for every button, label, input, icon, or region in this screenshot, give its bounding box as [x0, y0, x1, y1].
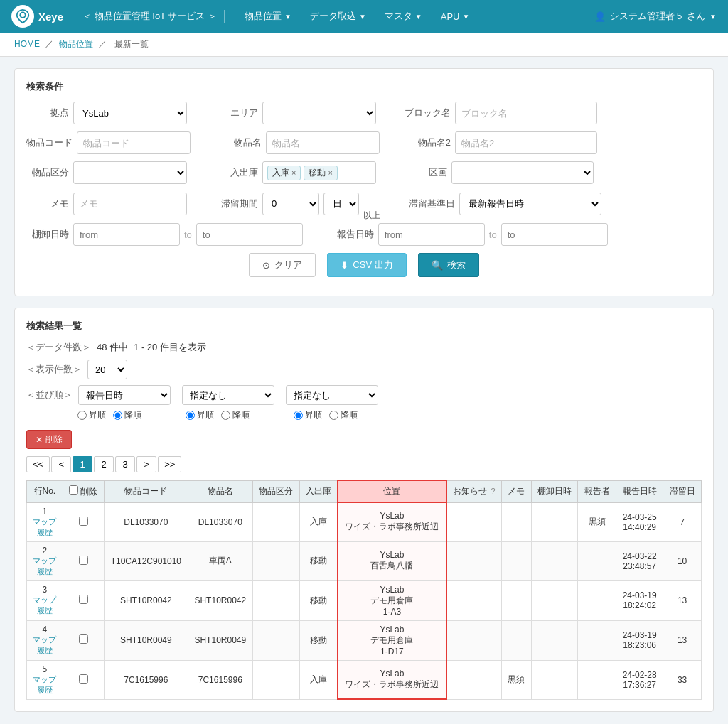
row-checkbox[interactable] [79, 674, 88, 684]
breadcrumb-item-position[interactable]: 物品位置 [59, 39, 93, 49]
stay-base-select[interactable]: 最新報告日時 [459, 193, 601, 215]
sort-select-3[interactable]: 指定なし [286, 385, 378, 405]
item-code-input[interactable] [77, 131, 191, 154]
row-number: 3 [33, 585, 57, 595]
sort-select-1[interactable]: 報告日時 [78, 385, 171, 405]
map-link[interactable]: マップ [33, 556, 57, 566]
sort1-asc-radio[interactable] [77, 411, 87, 420]
sort3-desc-label[interactable]: 降順 [329, 409, 358, 421]
shelf-to-input[interactable] [196, 223, 303, 246]
report-to-label: to [489, 229, 497, 240]
col-delete: 削除 [63, 480, 104, 502]
map-link[interactable]: マップ [33, 634, 57, 645]
page-next-button[interactable]: > [136, 456, 156, 472]
stay-select[interactable]: 0 1 7 14 30 [262, 193, 319, 215]
cell-position: YsLab デモ用倉庫1-D17 [338, 620, 446, 660]
page-prev-button[interactable]: < [51, 456, 71, 472]
row-checkbox[interactable] [79, 556, 88, 565]
inout-tag-2-remove[interactable]: × [328, 168, 332, 177]
cell-report-date: 24-02-2817:36:27 [616, 660, 663, 699]
page-1-button[interactable]: 1 [73, 456, 92, 472]
chevron-down-icon: ▼ [710, 13, 717, 21]
shelf-from-input[interactable] [73, 223, 180, 246]
cell-shelf-date [531, 502, 578, 541]
sort1-desc-radio[interactable] [113, 411, 122, 420]
row-checkbox[interactable] [79, 595, 88, 604]
map-link[interactable]: マップ [33, 595, 57, 605]
report-date-label: 報告日時 [331, 228, 374, 241]
shelf-to-label: to [184, 229, 192, 240]
page-3-button[interactable]: 3 [115, 456, 135, 472]
notice-help-icon[interactable]: ? [491, 487, 495, 495]
cell-rowno: 5 マップ 履歴 [27, 660, 63, 699]
cell-item-code: SHT10R0042 [104, 580, 188, 620]
cell-notice [446, 620, 502, 660]
stay-unit-select[interactable]: 日 週 月 [323, 193, 359, 215]
page-2-button[interactable]: 2 [94, 456, 114, 472]
page-last-button[interactable]: >> [158, 456, 181, 472]
history-link[interactable]: 履歴 [33, 527, 57, 538]
table-body: 1 マップ 履歴DL1033070DL1033070入庫YsLab ワイズ・ラボ… [27, 502, 702, 699]
user-menu[interactable]: 👤 システム管理者５ さん ▼ [594, 10, 717, 23]
display-count-select[interactable]: 20 50 100 [87, 360, 127, 379]
map-link[interactable]: マップ [33, 674, 57, 685]
row-checkbox[interactable] [79, 634, 88, 644]
search-button[interactable]: 🔍 検索 [418, 253, 479, 277]
clear-button[interactable]: ⊙ クリア [249, 253, 316, 277]
cell-item-name: 車両A [188, 541, 252, 580]
history-link[interactable]: 履歴 [33, 645, 57, 656]
report-to-input[interactable] [501, 223, 608, 246]
sort2-asc-label[interactable]: 昇順 [186, 409, 214, 421]
location-select[interactable]: YsLab [73, 102, 187, 124]
sort3-desc-radio[interactable] [329, 411, 338, 420]
delete-button[interactable]: ✕ 削除 [26, 430, 72, 449]
cell-stay: 7 [663, 502, 702, 541]
sort2-asc-radio[interactable] [186, 411, 195, 420]
category-select[interactable] [73, 161, 187, 184]
sort1-desc-label[interactable]: 降順 [113, 409, 141, 421]
inout-tag-2: 移動 × [304, 166, 337, 180]
report-date-value: 24-02-28 [622, 670, 657, 680]
select-all-checkbox[interactable] [69, 485, 78, 495]
position-line3: 1-D17 [344, 647, 439, 657]
kubun-cell: 区画 [405, 161, 594, 184]
row-checkbox[interactable] [79, 517, 88, 526]
cell-reporter [578, 620, 616, 660]
block-input[interactable] [455, 102, 597, 124]
breadcrumb-home[interactable]: HOME [14, 39, 40, 49]
nav-item-data-import[interactable]: データ取込 ▼ [301, 0, 375, 33]
sort2-desc-label[interactable]: 降順 [221, 409, 250, 421]
sort1-asc-label[interactable]: 昇順 [77, 409, 106, 421]
sort3-asc-label[interactable]: 昇順 [294, 409, 322, 421]
history-link[interactable]: 履歴 [33, 566, 57, 577]
sort-select-2[interactable]: 指定なし [182, 385, 274, 405]
history-link[interactable]: 履歴 [33, 685, 57, 696]
page-first-button[interactable]: << [26, 456, 50, 472]
col-rowno: 行No. [27, 480, 63, 502]
csv-export-button[interactable]: ⬇ CSV 出力 [327, 253, 406, 277]
map-link[interactable]: マップ [33, 517, 57, 527]
sort2-desc-radio[interactable] [221, 411, 230, 420]
category-label: 物品区分 [26, 166, 69, 179]
cell-inout: 入庫 [299, 502, 338, 541]
memo-input[interactable] [73, 193, 187, 215]
area-select[interactable] [262, 102, 376, 124]
cell-category [252, 620, 299, 660]
sort3-asc-radio[interactable] [294, 411, 303, 420]
logo-text: Xeye [38, 11, 63, 23]
history-link[interactable]: 履歴 [33, 605, 57, 616]
cell-rowno: 4 マップ 履歴 [27, 620, 63, 660]
item-name2-input[interactable] [455, 131, 597, 154]
col-reporter: 報告者 [578, 480, 616, 502]
kubun-select[interactable] [451, 161, 594, 184]
nav-item-master[interactable]: マスタ ▼ [376, 0, 431, 33]
inout-tag-input[interactable]: 入庫 × 移動 × [262, 161, 376, 184]
results-panel: 検索結果一覧 ＜データ件数＞ 48 件中 1 - 20 件目を表示 ＜表示件数＞… [14, 308, 714, 712]
display-count-row: ＜表示件数＞ 20 50 100 [26, 360, 702, 379]
item-name-input[interactable] [266, 131, 380, 154]
inout-tag-1-remove[interactable]: × [291, 168, 296, 177]
report-time-value: 17:36:27 [622, 680, 657, 690]
nav-item-apu[interactable]: APU ▼ [432, 0, 478, 33]
report-from-input[interactable] [378, 223, 485, 246]
nav-item-item-position[interactable]: 物品位置 ▼ [236, 0, 300, 33]
